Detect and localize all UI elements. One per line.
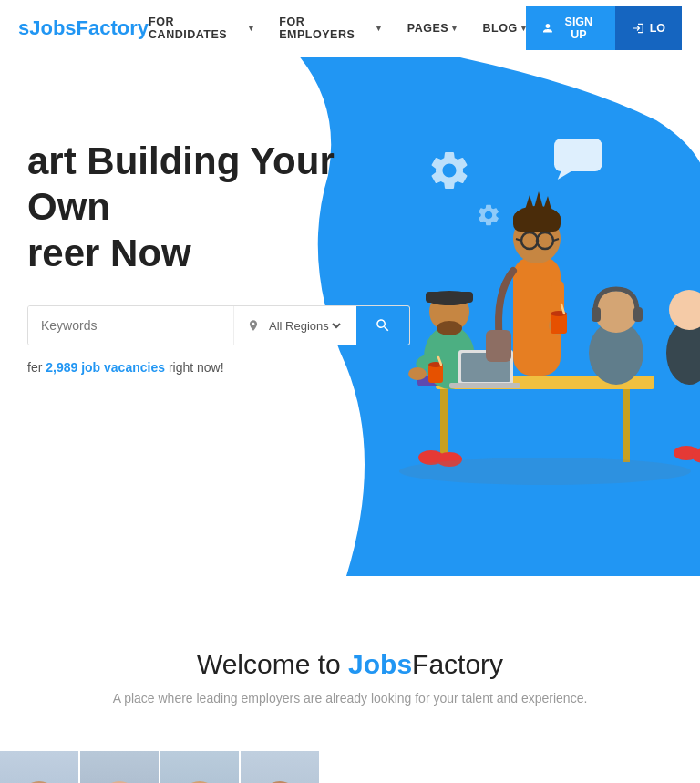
svg-rect-11 [426, 292, 473, 303]
svg-rect-37 [551, 314, 567, 334]
search-bar: All Regions [27, 305, 410, 345]
chevron-down-icon: ▾ [376, 24, 382, 33]
search-region-dropdown[interactable]: All Regions [233, 306, 356, 345]
user-icon [542, 22, 553, 35]
svg-point-51 [399, 458, 691, 485]
chevron-down-icon: ▾ [452, 24, 458, 33]
gear-icon-large [427, 148, 472, 193]
signup-button[interactable]: SIGN UP [526, 6, 614, 50]
nav-for-employers[interactable]: FOR EMPLOYERS ▾ [279, 15, 381, 41]
auth-buttons: SIGN UP LO [526, 6, 682, 50]
person-card-2 [80, 751, 160, 783]
svg-rect-43 [592, 307, 601, 322]
gear-icon-small [476, 202, 501, 228]
stats-strip: More than 3.8 million visitors every day… [319, 751, 700, 783]
welcome-title: Welcome to JobsFactory [27, 649, 673, 680]
location-icon [247, 319, 260, 332]
welcome-subtitle: A place where leading employers are alre… [27, 691, 673, 706]
svg-marker-27 [525, 195, 534, 210]
region-select[interactable]: All Regions [265, 318, 344, 334]
person-card-1 [0, 751, 80, 783]
hero-title: art Building Your Own reer Now [27, 139, 410, 276]
handshake-icon [571, 778, 625, 783]
site-header: sJobsFactory FOR CANDIDATES ▾ FOR EMPLOY… [0, 0, 700, 57]
svg-rect-26 [513, 211, 561, 232]
svg-point-15 [408, 367, 427, 380]
svg-rect-19 [449, 383, 520, 388]
bottom-section: More than 3.8 million visitors every day… [0, 751, 700, 783]
welcome-section: Welcome to JobsFactory A place where lea… [0, 585, 700, 751]
chat-bubble-icon [554, 139, 609, 180]
person-card-3 [160, 751, 241, 783]
nav-blog[interactable]: BLOG ▾ [483, 22, 527, 35]
logo-text: sJobsFactory [18, 16, 149, 39]
people-icon [394, 778, 448, 783]
person-figure-4 [243, 769, 316, 783]
chevron-down-icon: ▾ [249, 24, 254, 33]
person-card-4 [241, 751, 319, 783]
svg-rect-4 [623, 389, 630, 462]
stat-recruiting: Leading recruiting websites the US and E… [523, 769, 673, 783]
person-figure-1 [3, 769, 76, 783]
logo-jobs: Jobs [29, 16, 76, 39]
main-nav: FOR CANDIDATES ▾ FOR EMPLOYERS ▾ PAGES ▾… [149, 15, 526, 41]
photo-strip [0, 751, 319, 783]
vacancies-link[interactable]: 2,989 job vacancies [46, 360, 165, 375]
svg-marker-28 [534, 191, 543, 208]
person-figure-2 [83, 769, 156, 783]
nav-pages[interactable]: PAGES ▾ [407, 22, 458, 35]
svg-marker-29 [543, 196, 551, 210]
search-keywords-input[interactable] [28, 306, 233, 345]
login-icon [632, 22, 644, 35]
svg-rect-40 [486, 330, 511, 362]
hero-illustration [363, 111, 700, 567]
site-logo[interactable]: sJobsFactory [18, 16, 149, 40]
person-figure-3 [163, 769, 236, 783]
svg-point-45 [666, 321, 700, 385]
svg-rect-44 [633, 307, 643, 322]
svg-rect-3 [440, 389, 448, 462]
svg-rect-0 [554, 139, 602, 171]
stat-visitors: More than 3.8 million visitors every day [346, 769, 496, 783]
login-button[interactable]: LO [615, 6, 682, 50]
hero-section: art Building Your Own reer Now All Regio… [0, 57, 700, 585]
nav-for-candidates[interactable]: FOR CANDIDATES ▾ [149, 15, 253, 41]
svg-point-46 [669, 290, 700, 330]
svg-marker-1 [558, 171, 571, 180]
svg-point-12 [437, 321, 462, 335]
